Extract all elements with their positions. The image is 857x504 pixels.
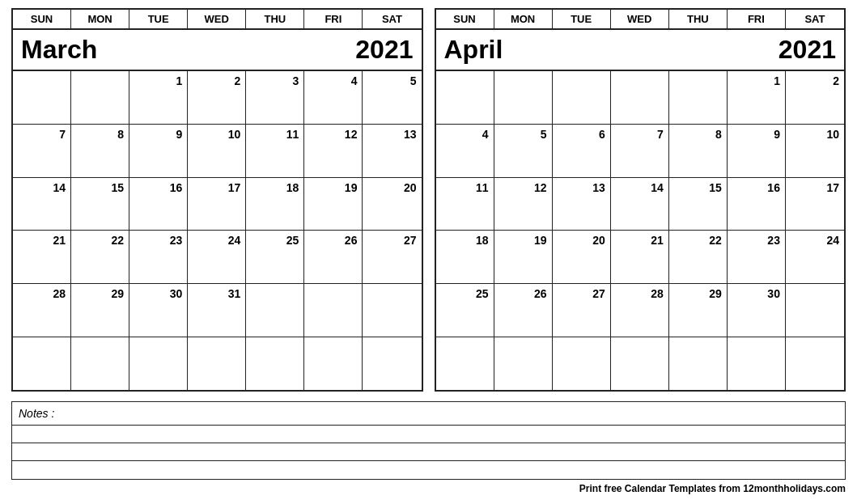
april-day-21: 21 [611, 231, 669, 283]
march-day-22: 22 [71, 231, 129, 283]
march-day-15: 15 [71, 178, 129, 231]
april-wed-header: WED [611, 10, 669, 28]
april-day-empty [728, 337, 786, 390]
april-day-empty [494, 337, 553, 390]
march-week-3: 14 15 16 17 18 19 20 [13, 178, 422, 231]
april-day-empty [436, 71, 494, 124]
march-thu-header: THU [246, 10, 304, 28]
notes-section: Notes : [11, 401, 846, 480]
april-grid: 1 2 4 5 6 7 8 9 10 11 12 13 14 15 16 1 [436, 71, 845, 390]
april-day-22: 22 [669, 231, 728, 283]
march-week-5: 28 29 30 31 [13, 284, 422, 337]
footer: Print free Calendar Templates from 12mon… [11, 480, 846, 496]
march-day-16: 16 [129, 178, 188, 231]
march-day-27: 27 [363, 231, 421, 283]
april-day-19: 19 [494, 231, 553, 283]
march-week-2: 7 8 9 10 11 12 13 [13, 125, 422, 178]
march-day-empty [13, 337, 71, 390]
march-day-17: 17 [188, 178, 246, 231]
april-mon-header: MON [494, 10, 553, 28]
march-fri-header: FRI [304, 10, 363, 28]
april-day-27: 27 [553, 284, 611, 337]
march-day-24: 24 [188, 231, 246, 283]
march-day-headers: SUN MON TUE WED THU FRI SAT [13, 10, 422, 30]
footer-brand: 12monthholidays.com [743, 483, 846, 494]
april-thu-header: THU [669, 10, 728, 28]
march-day-empty [304, 284, 363, 337]
april-week-4: 18 19 20 21 22 23 24 [436, 231, 845, 284]
march-day-11: 11 [246, 125, 304, 177]
april-day-empty [611, 337, 669, 390]
april-calendar: SUN MON TUE WED THU FRI SAT April 2021 1… [435, 8, 846, 392]
march-mon-header: MON [71, 10, 129, 28]
march-sun-header: SUN [13, 10, 71, 28]
april-day-empty [669, 71, 728, 124]
march-wed-header: WED [188, 10, 246, 28]
april-day-empty [436, 337, 494, 390]
march-day-5: 5 [363, 71, 421, 124]
april-year: 2021 [779, 35, 836, 65]
april-day-20: 20 [553, 231, 611, 283]
march-sat-header: SAT [363, 10, 421, 28]
march-day-8: 8 [71, 125, 129, 177]
march-day-31: 31 [188, 284, 246, 337]
march-day-empty [13, 71, 71, 124]
april-day-17: 17 [786, 178, 844, 231]
april-day-8: 8 [669, 125, 728, 177]
march-year: 2021 [355, 35, 413, 65]
april-day-headers: SUN MON TUE WED THU FRI SAT [436, 10, 845, 30]
april-day-23: 23 [728, 231, 786, 283]
april-week-3: 11 12 13 14 15 16 17 [436, 178, 845, 231]
march-grid: 1 2 3 4 5 7 8 9 10 11 12 13 14 15 16 1 [13, 71, 422, 390]
april-week-1: 1 2 [436, 71, 845, 125]
april-day-2: 2 [786, 71, 844, 124]
march-tue-header: TUE [129, 10, 188, 28]
march-day-4: 4 [304, 71, 363, 124]
april-day-9: 9 [728, 125, 786, 177]
march-day-empty [246, 284, 304, 337]
notes-line-1 [12, 426, 845, 443]
april-tue-header: TUE [553, 10, 611, 28]
march-day-empty [304, 337, 363, 390]
april-day-empty [786, 284, 844, 337]
april-day-6: 6 [553, 125, 611, 177]
march-day-empty [71, 337, 129, 390]
april-day-7: 7 [611, 125, 669, 177]
march-day-28: 28 [13, 284, 71, 337]
april-day-11: 11 [436, 178, 494, 231]
april-day-13: 13 [553, 178, 611, 231]
march-day-empty [363, 337, 421, 390]
april-day-14: 14 [611, 178, 669, 231]
april-day-empty [669, 337, 728, 390]
april-day-15: 15 [669, 178, 728, 231]
april-sat-header: SAT [786, 10, 844, 28]
march-day-2: 2 [188, 71, 246, 124]
april-day-16: 16 [728, 178, 786, 231]
march-day-21: 21 [13, 231, 71, 283]
march-day-empty [246, 337, 304, 390]
march-calendar: SUN MON TUE WED THU FRI SAT March 2021 1… [11, 8, 423, 392]
april-fri-header: FRI [728, 10, 786, 28]
march-day-9: 9 [129, 125, 188, 177]
april-day-10: 10 [786, 125, 844, 177]
calendars-container: SUN MON TUE WED THU FRI SAT March 2021 1… [11, 8, 846, 392]
march-day-empty [188, 337, 246, 390]
april-day-28: 28 [611, 284, 669, 337]
april-day-empty [553, 71, 611, 124]
april-title-row: April 2021 [436, 30, 845, 71]
march-day-10: 10 [188, 125, 246, 177]
march-day-13: 13 [363, 125, 421, 177]
notes-line-2 [12, 443, 845, 461]
notes-label: Notes : [12, 402, 845, 426]
march-week-6 [13, 337, 422, 390]
march-day-20: 20 [363, 178, 421, 231]
march-title-row: March 2021 [13, 30, 422, 71]
march-day-empty [71, 71, 129, 124]
april-day-empty [611, 71, 669, 124]
april-day-29: 29 [669, 284, 728, 337]
april-day-12: 12 [494, 178, 553, 231]
march-day-empty [363, 284, 421, 337]
april-sun-header: SUN [436, 10, 494, 28]
march-day-14: 14 [13, 178, 71, 231]
march-day-empty [129, 337, 188, 390]
